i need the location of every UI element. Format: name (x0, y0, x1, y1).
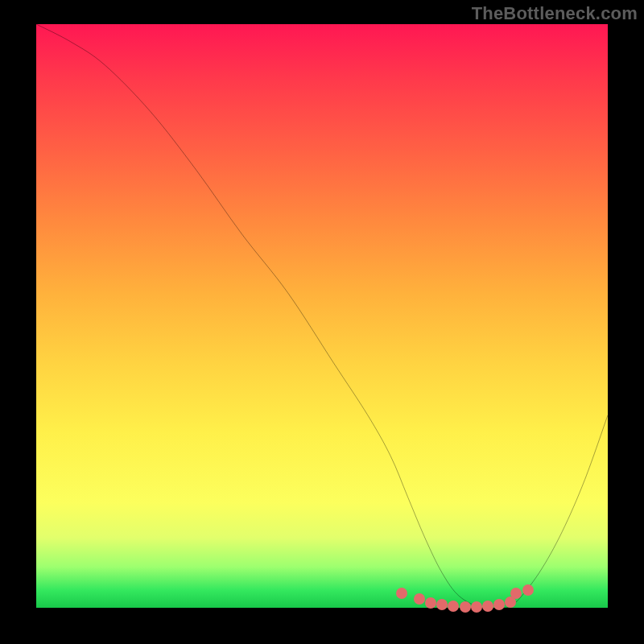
curve-marker (448, 601, 459, 612)
chart-frame: TheBottleneck.com (0, 0, 644, 644)
curve-marker (414, 593, 425, 605)
marker-layer (36, 24, 608, 608)
watermark-text: TheBottleneck.com (472, 3, 638, 24)
curve-marker (396, 588, 407, 599)
curve-marker (510, 588, 522, 599)
curve-marker (425, 597, 436, 609)
curve-marker (460, 601, 471, 613)
curve-marker (493, 599, 505, 610)
curve-marker (471, 601, 482, 613)
plot-area (36, 24, 608, 608)
curve-marker (436, 599, 448, 610)
curve-marker (522, 584, 534, 596)
curve-marker (482, 601, 493, 612)
